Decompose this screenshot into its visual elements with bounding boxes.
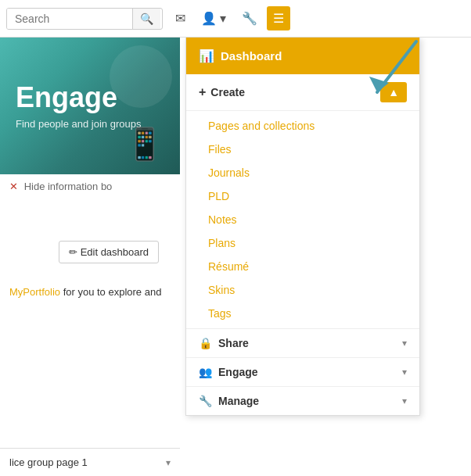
- wrench-icon: 🔧: [199, 395, 212, 407]
- user-button[interactable]: 👤 ▾: [195, 6, 232, 30]
- menu-item-resume[interactable]: Résumé: [186, 255, 419, 278]
- search-button[interactable]: 🔍: [132, 9, 160, 29]
- bottom-text: MyPortfolio for you to explore and: [0, 280, 171, 304]
- edit-dashboard-button[interactable]: ✏ Edit dashboard: [59, 241, 159, 263]
- navbar: 🔍 ✉ 👤 ▾ 🔧 ☰: [0, 0, 471, 38]
- search-wrapper: 🔍: [6, 8, 163, 30]
- manage-label: Manage: [218, 395, 402, 407]
- share-label: Share: [218, 337, 402, 349]
- search-icon: 🔍: [140, 13, 153, 25]
- create-label: Create: [210, 86, 380, 98]
- tools-button[interactable]: 🔧: [236, 6, 264, 30]
- hero-title: Engage: [16, 82, 164, 113]
- section-engage[interactable]: 👥 Engage ▾: [186, 357, 419, 386]
- dashboard-icon: 📊: [199, 48, 214, 63]
- bottom-select[interactable]: lice group page 1 ▾: [0, 448, 180, 476]
- menu-item-files[interactable]: Files: [186, 138, 419, 161]
- create-collapse-button[interactable]: ▲: [380, 82, 407, 102]
- chevron-up-icon: ▲: [388, 86, 399, 98]
- dropdown-items: Pages and collections Files Journals PLD…: [186, 111, 419, 328]
- mail-icon: ✉: [175, 11, 185, 26]
- chevron-down-icon: ▾: [166, 457, 171, 468]
- plus-icon: +: [199, 85, 206, 99]
- main-content: Engage Find people and join groups 📱 ✕ H…: [0, 38, 471, 476]
- menu-icon: ☰: [273, 11, 284, 26]
- menu-item-journals[interactable]: Journals: [186, 161, 419, 184]
- search-input[interactable]: [7, 9, 132, 29]
- edit-dashboard-label: Edit dashboard: [81, 246, 149, 258]
- section-share[interactable]: 🔒 Share ▾: [186, 328, 419, 357]
- people-icon: 👥: [199, 366, 212, 378]
- share-chevron-icon: ▾: [402, 338, 407, 349]
- menu-item-pages[interactable]: Pages and collections: [186, 114, 419, 138]
- engage-label: Engage: [218, 366, 402, 378]
- dropdown-header-label: Dashboard: [221, 49, 282, 63]
- dropdown-header: 📊 Dashboard: [186, 38, 419, 74]
- dropdown-menu: 📊 Dashboard + Create ▲ Pages and collect…: [185, 38, 420, 416]
- mail-button[interactable]: ✉: [169, 6, 192, 30]
- menu-button[interactable]: ☰: [267, 6, 290, 30]
- select-label: lice group page 1: [9, 456, 166, 468]
- pencil-icon: ✏: [69, 246, 81, 258]
- hide-info-bar: ✕ Hide information bo: [0, 174, 121, 199]
- hide-info-text: Hide information bo: [24, 181, 113, 192]
- navbar-icons: ✉ 👤 ▾ 🔧 ☰: [169, 6, 290, 30]
- hero-banner: Engage Find people and join groups 📱: [0, 38, 180, 174]
- lock-icon: 🔒: [199, 337, 212, 349]
- menu-item-tags[interactable]: Tags: [186, 302, 419, 325]
- menu-item-notes[interactable]: Notes: [186, 208, 419, 231]
- phone-icon: 📱: [125, 126, 164, 163]
- engage-chevron-icon: ▾: [402, 367, 407, 378]
- close-x-icon: ✕: [9, 181, 18, 192]
- menu-item-plans[interactable]: Plans: [186, 231, 419, 255]
- create-row: + Create ▲: [186, 74, 419, 111]
- menu-item-skins[interactable]: Skins: [186, 278, 419, 302]
- myportfolio-link[interactable]: MyPortfolio: [9, 286, 60, 298]
- manage-chevron-icon: ▾: [402, 395, 407, 406]
- section-manage[interactable]: 🔧 Manage ▾: [186, 386, 419, 415]
- menu-item-pld[interactable]: PLD: [186, 184, 419, 208]
- tools-icon: 🔧: [242, 11, 257, 26]
- user-icon: 👤 ▾: [201, 11, 226, 26]
- bottom-text-suffix: for you to explore and: [63, 286, 162, 298]
